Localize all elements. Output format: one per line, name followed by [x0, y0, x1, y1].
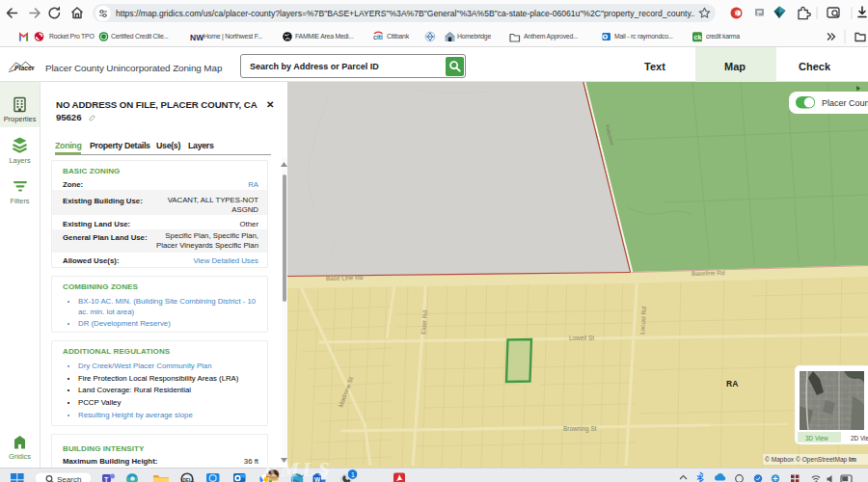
svg-text:Lowell St: Lowell St [569, 335, 594, 341]
svg-text:NW: NW [190, 33, 204, 42]
svg-text:Search: Search [57, 475, 81, 482]
svg-text:ck: ck [694, 34, 702, 40]
svg-text:Base Line Rd: Base Line Rd [326, 274, 364, 281]
svg-text:DELL: DELL [183, 478, 195, 482]
svg-text:Browning St: Browning St [563, 425, 597, 433]
svg-text:3D View: 3D View [805, 435, 828, 442]
svg-text:Baseline Rd: Baseline Rd [692, 269, 725, 277]
svg-text:Placer Count: Placer Count [822, 98, 868, 108]
svg-text:RA: RA [726, 379, 738, 388]
svg-text:T: T [104, 476, 109, 482]
svg-text:2D Vie: 2D Vie [851, 435, 868, 442]
svg-text:1: 1 [351, 470, 355, 479]
svg-text:© Mapbox © OpenStreetMap Im: © Mapbox © OpenStreetMap Im [765, 456, 856, 464]
svg-text:Placer: Placer [14, 65, 35, 71]
